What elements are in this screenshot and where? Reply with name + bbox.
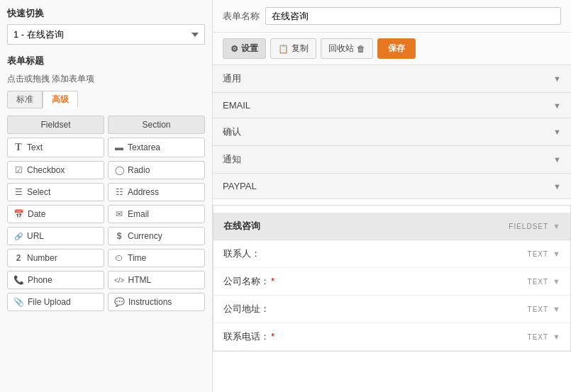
address-label: Address	[128, 187, 159, 197]
fieldset-actions: FIELDSET ▼	[509, 222, 560, 230]
field-actions-company: TEXT ▼	[528, 277, 560, 286]
select-label: Select	[27, 187, 50, 197]
field-row-address[interactable]: 公司地址： TEXT ▼	[214, 296, 570, 323]
accordion-paypal: PAYPAL ▼	[213, 174, 571, 199]
accordion-container: 通用 ▼ EMAIL ▼ 确认 ▼ 通知	[213, 65, 571, 199]
copy-label: 复制	[292, 43, 309, 55]
field-type-contact: TEXT	[528, 250, 549, 258]
tab-standard[interactable]: 标准	[7, 91, 43, 108]
element-phone[interactable]: 📞 Phone	[7, 271, 104, 289]
accordion-notify-header[interactable]: 通知 ▼	[213, 146, 571, 173]
fieldset-header[interactable]: 在线咨询 FIELDSET ▼	[214, 213, 570, 240]
currency-icon: $	[114, 231, 124, 241]
element-url[interactable]: 🔗 URL	[7, 227, 104, 245]
field-actions-phone: TEXT ▼	[528, 332, 560, 341]
field-row-company[interactable]: 公司名称：* TEXT ▼	[214, 268, 570, 296]
accordion-email-label: EMAIL	[223, 100, 250, 111]
element-address[interactable]: ☷ Address	[108, 183, 205, 201]
element-date[interactable]: 📅 Date	[7, 205, 104, 223]
field-row-contact[interactable]: 联系人： TEXT ▼	[214, 240, 570, 268]
form-name-input[interactable]	[265, 7, 561, 25]
element-textarea[interactable]: ▬ Textarea	[108, 138, 205, 157]
radio-icon: ◯	[114, 165, 124, 175]
section-label: Section	[142, 120, 170, 130]
accordion-general-label: 通用	[223, 72, 241, 85]
accordion-confirm-header[interactable]: 确认 ▼	[213, 118, 571, 145]
accordion-general-header[interactable]: 通用 ▼	[213, 65, 571, 92]
field-type-address: TEXT	[528, 306, 549, 313]
element-email[interactable]: ✉ Email	[108, 205, 205, 223]
element-select[interactable]: ☰ Select	[7, 183, 104, 201]
element-text[interactable]: T Text	[7, 138, 104, 157]
settings-icon: ⚙	[231, 44, 238, 54]
field-type-phone: TEXT	[528, 333, 549, 341]
textarea-label: Textarea	[128, 142, 160, 152]
html-icon: </>	[114, 276, 124, 284]
element-file-upload[interactable]: 📎 File Upload	[7, 293, 104, 311]
address-icon: ☷	[114, 187, 124, 197]
field-chevron-address: ▼	[553, 305, 560, 313]
accordion-email-header[interactable]: EMAIL ▼	[213, 93, 571, 118]
field-chevron-contact: ▼	[553, 250, 560, 258]
tab-advanced[interactable]: 高级	[43, 91, 78, 108]
field-label-company: 公司名称：*	[223, 275, 275, 288]
fieldset-type-badge: FIELDSET	[509, 223, 548, 230]
chevron-down-icon: ▼	[553, 74, 561, 83]
element-instructions[interactable]: 💬 Instructions	[108, 293, 205, 311]
accordion-notify-label: 通知	[223, 153, 241, 166]
instructions-icon: 💬	[114, 297, 125, 307]
element-fieldset[interactable]: Fieldset	[7, 116, 104, 134]
add-hint: 点击或拖拽 添加表单项	[7, 73, 205, 85]
element-number[interactable]: 2 Number	[7, 249, 104, 267]
field-label-contact: 联系人：	[223, 247, 260, 260]
element-html[interactable]: </> HTML	[108, 271, 205, 289]
date-icon: 📅	[13, 209, 24, 219]
accordion-paypal-header[interactable]: PAYPAL ▼	[213, 174, 571, 198]
toolbar-row: ⚙ 设置 📋 复制 回收站 🗑 保存	[213, 33, 571, 65]
element-time[interactable]: ⏲ Time	[108, 249, 205, 267]
copy-button[interactable]: 📋 复制	[270, 38, 316, 59]
accordion-email: EMAIL ▼	[213, 93, 571, 118]
time-label: Time	[128, 253, 146, 263]
textarea-icon: ▬	[114, 142, 124, 152]
element-checkbox[interactable]: ☑ Checkbox	[7, 161, 104, 179]
accordion-general: 通用 ▼	[213, 65, 571, 93]
number-label: Number	[27, 253, 57, 263]
field-actions-contact: TEXT ▼	[528, 250, 560, 258]
checkbox-label: Checkbox	[27, 165, 65, 175]
file-upload-icon: 📎	[13, 297, 24, 307]
email-label: Email	[128, 209, 149, 219]
currency-label: Currency	[128, 231, 162, 241]
date-label: Date	[28, 209, 45, 219]
field-actions-address: TEXT ▼	[528, 305, 560, 313]
field-row-phone[interactable]: 联系电话：* TEXT ▼	[214, 323, 570, 351]
checkbox-icon: ☑	[13, 165, 23, 175]
left-panel: 快速切换 1 - 在线咨询 表单标题 点击或拖拽 添加表单项 标准 高级 Fie…	[0, 0, 213, 392]
chevron-down-icon-4: ▼	[553, 155, 561, 164]
recycle-button[interactable]: 回收站 🗑	[321, 38, 373, 59]
file-upload-label: File Upload	[28, 297, 71, 307]
required-star-phone: *	[271, 331, 275, 342]
number-icon: 2	[13, 253, 23, 263]
select-icon: ☰	[13, 187, 23, 197]
field-label-address: 公司地址：	[223, 303, 270, 315]
accordion-confirm: 确认 ▼	[213, 118, 571, 146]
quick-switch-select[interactable]: 1 - 在线咨询	[7, 24, 205, 45]
chevron-down-icon-2: ▼	[553, 101, 561, 110]
save-button[interactable]: 保存	[377, 38, 416, 59]
field-type-company: TEXT	[528, 278, 549, 286]
accordion-paypal-label: PAYPAL	[223, 181, 257, 191]
element-section[interactable]: Section	[108, 116, 205, 134]
phone-label: Phone	[28, 275, 52, 285]
element-currency[interactable]: $ Currency	[108, 227, 205, 245]
settings-label: 设置	[241, 43, 258, 55]
form-name-label: 表单名称	[223, 10, 260, 23]
phone-icon: 📞	[13, 275, 24, 285]
text-icon: T	[13, 142, 23, 153]
field-label-phone: 联系电话：*	[223, 330, 275, 343]
field-chevron-company: ▼	[553, 277, 560, 286]
fieldset-chevron-icon: ▼	[553, 222, 560, 230]
email-icon: ✉	[114, 209, 124, 219]
settings-button[interactable]: ⚙ 设置	[223, 38, 266, 59]
element-radio[interactable]: ◯ Radio	[108, 161, 205, 179]
